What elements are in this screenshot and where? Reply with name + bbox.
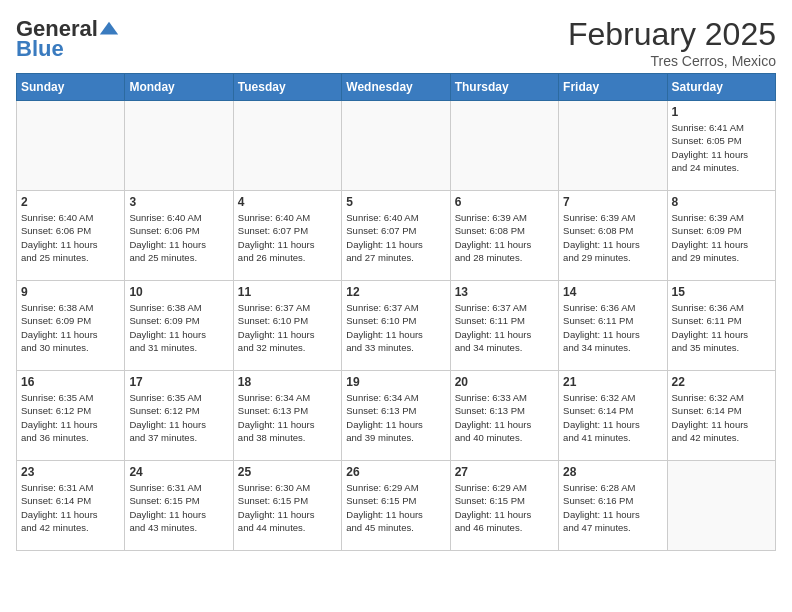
day-number: 19	[346, 375, 445, 389]
day-number: 23	[21, 465, 120, 479]
day-number: 26	[346, 465, 445, 479]
day-number: 1	[672, 105, 771, 119]
calendar-cell: 20Sunrise: 6:33 AM Sunset: 6:13 PM Dayli…	[450, 371, 558, 461]
day-number: 11	[238, 285, 337, 299]
calendar-cell: 7Sunrise: 6:39 AM Sunset: 6:08 PM Daylig…	[559, 191, 667, 281]
calendar-cell: 17Sunrise: 6:35 AM Sunset: 6:12 PM Dayli…	[125, 371, 233, 461]
calendar-cell: 18Sunrise: 6:34 AM Sunset: 6:13 PM Dayli…	[233, 371, 341, 461]
day-info: Sunrise: 6:36 AM Sunset: 6:11 PM Dayligh…	[672, 301, 771, 354]
day-number: 21	[563, 375, 662, 389]
day-info: Sunrise: 6:35 AM Sunset: 6:12 PM Dayligh…	[129, 391, 228, 444]
header-sunday: Sunday	[17, 74, 125, 101]
calendar-cell	[450, 101, 558, 191]
calendar-cell	[125, 101, 233, 191]
logo-blue: Blue	[16, 36, 64, 62]
calendar-cell: 19Sunrise: 6:34 AM Sunset: 6:13 PM Dayli…	[342, 371, 450, 461]
week-row-4: 23Sunrise: 6:31 AM Sunset: 6:14 PM Dayli…	[17, 461, 776, 551]
day-number: 28	[563, 465, 662, 479]
day-info: Sunrise: 6:40 AM Sunset: 6:06 PM Dayligh…	[21, 211, 120, 264]
calendar-cell	[17, 101, 125, 191]
calendar-cell	[233, 101, 341, 191]
calendar-cell: 13Sunrise: 6:37 AM Sunset: 6:11 PM Dayli…	[450, 281, 558, 371]
day-info: Sunrise: 6:39 AM Sunset: 6:09 PM Dayligh…	[672, 211, 771, 264]
day-info: Sunrise: 6:36 AM Sunset: 6:11 PM Dayligh…	[563, 301, 662, 354]
day-number: 8	[672, 195, 771, 209]
day-number: 9	[21, 285, 120, 299]
logo-icon	[98, 18, 120, 40]
header-friday: Friday	[559, 74, 667, 101]
day-number: 15	[672, 285, 771, 299]
calendar-cell: 26Sunrise: 6:29 AM Sunset: 6:15 PM Dayli…	[342, 461, 450, 551]
day-info: Sunrise: 6:30 AM Sunset: 6:15 PM Dayligh…	[238, 481, 337, 534]
day-info: Sunrise: 6:40 AM Sunset: 6:07 PM Dayligh…	[346, 211, 445, 264]
day-info: Sunrise: 6:40 AM Sunset: 6:06 PM Dayligh…	[129, 211, 228, 264]
calendar-cell: 10Sunrise: 6:38 AM Sunset: 6:09 PM Dayli…	[125, 281, 233, 371]
day-info: Sunrise: 6:37 AM Sunset: 6:10 PM Dayligh…	[238, 301, 337, 354]
calendar-cell: 9Sunrise: 6:38 AM Sunset: 6:09 PM Daylig…	[17, 281, 125, 371]
day-number: 7	[563, 195, 662, 209]
day-number: 18	[238, 375, 337, 389]
day-number: 4	[238, 195, 337, 209]
calendar-cell: 15Sunrise: 6:36 AM Sunset: 6:11 PM Dayli…	[667, 281, 775, 371]
day-number: 27	[455, 465, 554, 479]
day-number: 2	[21, 195, 120, 209]
calendar-cell: 14Sunrise: 6:36 AM Sunset: 6:11 PM Dayli…	[559, 281, 667, 371]
calendar-cell: 2Sunrise: 6:40 AM Sunset: 6:06 PM Daylig…	[17, 191, 125, 281]
day-number: 17	[129, 375, 228, 389]
calendar-cell: 25Sunrise: 6:30 AM Sunset: 6:15 PM Dayli…	[233, 461, 341, 551]
day-number: 12	[346, 285, 445, 299]
svg-marker-0	[100, 22, 118, 35]
day-info: Sunrise: 6:37 AM Sunset: 6:11 PM Dayligh…	[455, 301, 554, 354]
calendar-cell: 4Sunrise: 6:40 AM Sunset: 6:07 PM Daylig…	[233, 191, 341, 281]
calendar-cell: 24Sunrise: 6:31 AM Sunset: 6:15 PM Dayli…	[125, 461, 233, 551]
day-number: 5	[346, 195, 445, 209]
day-number: 14	[563, 285, 662, 299]
calendar-cell: 6Sunrise: 6:39 AM Sunset: 6:08 PM Daylig…	[450, 191, 558, 281]
week-row-1: 2Sunrise: 6:40 AM Sunset: 6:06 PM Daylig…	[17, 191, 776, 281]
day-number: 20	[455, 375, 554, 389]
day-info: Sunrise: 6:38 AM Sunset: 6:09 PM Dayligh…	[129, 301, 228, 354]
page-header: General Blue February 2025 Tres Cerros, …	[16, 16, 776, 69]
header-thursday: Thursday	[450, 74, 558, 101]
day-number: 10	[129, 285, 228, 299]
calendar-header-row: SundayMondayTuesdayWednesdayThursdayFrid…	[17, 74, 776, 101]
day-info: Sunrise: 6:34 AM Sunset: 6:13 PM Dayligh…	[346, 391, 445, 444]
calendar-cell: 8Sunrise: 6:39 AM Sunset: 6:09 PM Daylig…	[667, 191, 775, 281]
week-row-3: 16Sunrise: 6:35 AM Sunset: 6:12 PM Dayli…	[17, 371, 776, 461]
day-info: Sunrise: 6:28 AM Sunset: 6:16 PM Dayligh…	[563, 481, 662, 534]
day-info: Sunrise: 6:32 AM Sunset: 6:14 PM Dayligh…	[563, 391, 662, 444]
day-info: Sunrise: 6:39 AM Sunset: 6:08 PM Dayligh…	[455, 211, 554, 264]
calendar-cell: 21Sunrise: 6:32 AM Sunset: 6:14 PM Dayli…	[559, 371, 667, 461]
day-info: Sunrise: 6:35 AM Sunset: 6:12 PM Dayligh…	[21, 391, 120, 444]
location: Tres Cerros, Mexico	[568, 53, 776, 69]
day-info: Sunrise: 6:29 AM Sunset: 6:15 PM Dayligh…	[346, 481, 445, 534]
day-info: Sunrise: 6:32 AM Sunset: 6:14 PM Dayligh…	[672, 391, 771, 444]
calendar-table: SundayMondayTuesdayWednesdayThursdayFrid…	[16, 73, 776, 551]
header-tuesday: Tuesday	[233, 74, 341, 101]
calendar-cell: 5Sunrise: 6:40 AM Sunset: 6:07 PM Daylig…	[342, 191, 450, 281]
calendar-cell: 1Sunrise: 6:41 AM Sunset: 6:05 PM Daylig…	[667, 101, 775, 191]
day-info: Sunrise: 6:38 AM Sunset: 6:09 PM Dayligh…	[21, 301, 120, 354]
calendar-cell: 3Sunrise: 6:40 AM Sunset: 6:06 PM Daylig…	[125, 191, 233, 281]
calendar-cell	[342, 101, 450, 191]
calendar-cell: 22Sunrise: 6:32 AM Sunset: 6:14 PM Dayli…	[667, 371, 775, 461]
calendar-cell: 28Sunrise: 6:28 AM Sunset: 6:16 PM Dayli…	[559, 461, 667, 551]
day-number: 24	[129, 465, 228, 479]
header-saturday: Saturday	[667, 74, 775, 101]
day-info: Sunrise: 6:41 AM Sunset: 6:05 PM Dayligh…	[672, 121, 771, 174]
day-info: Sunrise: 6:29 AM Sunset: 6:15 PM Dayligh…	[455, 481, 554, 534]
header-monday: Monday	[125, 74, 233, 101]
day-info: Sunrise: 6:31 AM Sunset: 6:14 PM Dayligh…	[21, 481, 120, 534]
day-number: 22	[672, 375, 771, 389]
month-title: February 2025	[568, 16, 776, 53]
day-info: Sunrise: 6:37 AM Sunset: 6:10 PM Dayligh…	[346, 301, 445, 354]
day-info: Sunrise: 6:33 AM Sunset: 6:13 PM Dayligh…	[455, 391, 554, 444]
calendar-cell: 23Sunrise: 6:31 AM Sunset: 6:14 PM Dayli…	[17, 461, 125, 551]
day-info: Sunrise: 6:34 AM Sunset: 6:13 PM Dayligh…	[238, 391, 337, 444]
day-number: 16	[21, 375, 120, 389]
day-number: 3	[129, 195, 228, 209]
title-block: February 2025 Tres Cerros, Mexico	[568, 16, 776, 69]
calendar-cell	[559, 101, 667, 191]
logo: General Blue	[16, 16, 120, 62]
calendar-cell: 11Sunrise: 6:37 AM Sunset: 6:10 PM Dayli…	[233, 281, 341, 371]
